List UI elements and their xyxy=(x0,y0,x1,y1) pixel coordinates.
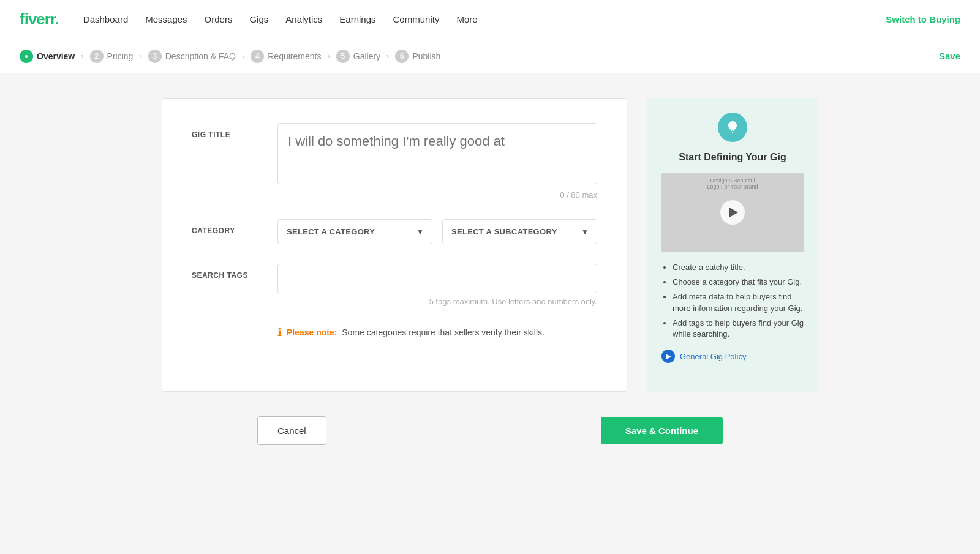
notice-label: Please note: xyxy=(287,328,337,337)
lightbulb-icon xyxy=(718,113,747,142)
char-count: 0 / 80 max xyxy=(277,190,597,200)
gig-title-row: GIG TITLE 0 / 80 max xyxy=(192,123,597,200)
save-continue-button[interactable]: Save & Continue xyxy=(601,417,723,444)
play-triangle-icon xyxy=(729,208,738,217)
sidebar-title: Start Defining Your Gig xyxy=(662,152,804,163)
category-select[interactable]: SELECT A CATEGORY xyxy=(277,219,432,244)
general-gig-policy-link[interactable]: ▶ General Gig Policy xyxy=(662,350,804,363)
main-content: GIG TITLE 0 / 80 max CATEGORY SELECT A C… xyxy=(0,73,980,416)
gig-title-input[interactable] xyxy=(277,123,597,184)
category-row: CATEGORY SELECT A CATEGORY ▼ SELECT A SU… xyxy=(192,219,597,244)
cancel-button[interactable]: Cancel xyxy=(257,416,326,445)
step-requirements-num: 4 xyxy=(251,50,264,63)
search-tags-label: SEARCH TAGS xyxy=(192,264,277,280)
step-description-num: 3 xyxy=(148,50,162,63)
search-tags-input[interactable] xyxy=(277,264,597,293)
svg-point-1 xyxy=(25,55,28,58)
tip-3: Add meta data to help buyers find more i… xyxy=(673,291,804,313)
gig-title-label: GIG TITLE xyxy=(192,123,277,139)
step-description[interactable]: 3 Description & FAQ xyxy=(148,50,236,63)
nav-analytics[interactable]: Analytics xyxy=(285,14,322,24)
search-tags-content: 5 tags maximum. Use letters and numbers … xyxy=(277,264,597,306)
step-overview-label: Overview xyxy=(37,51,75,61)
notice-row: ℹ Please note: Some categories require t… xyxy=(192,326,597,339)
nav-orders[interactable]: Orders xyxy=(205,14,233,24)
form-card: GIG TITLE 0 / 80 max CATEGORY SELECT A C… xyxy=(162,98,627,392)
logo-dot: . xyxy=(55,10,59,28)
select-row: SELECT A CATEGORY ▼ SELECT A SUBCATEGORY… xyxy=(277,219,597,244)
step-publish-label: Publish xyxy=(412,51,440,61)
step-pricing[interactable]: 2 Pricing xyxy=(90,50,134,63)
nav-links: Dashboard Messages Orders Gigs Analytics… xyxy=(83,14,886,24)
save-link[interactable]: Save xyxy=(939,51,960,61)
video-bg-text: Design A BeautifulLogo For Your Brand xyxy=(707,178,758,190)
step-pricing-num: 2 xyxy=(90,50,104,63)
tip-4: Add tags to help buyers find your Gig wh… xyxy=(673,318,804,340)
notice-text: Please note: Some categories require tha… xyxy=(287,328,545,337)
policy-icon: ▶ xyxy=(662,350,675,363)
nav-earnings[interactable]: Earnings xyxy=(339,14,375,24)
gig-title-content: 0 / 80 max xyxy=(277,123,597,200)
step-arrow-1: › xyxy=(81,51,83,61)
tip-2: Choose a category that fits your Gig. xyxy=(673,277,804,288)
sidebar-tips: Create a catchy title. Choose a category… xyxy=(662,262,804,340)
step-gallery-num: 5 xyxy=(336,50,350,63)
step-pricing-label: Pricing xyxy=(107,51,134,61)
step-publish[interactable]: 6 Publish xyxy=(395,50,440,63)
step-arrow-3: › xyxy=(242,51,244,61)
nav-dashboard[interactable]: Dashboard xyxy=(83,14,128,24)
tags-hint: 5 tags maximum. Use letters and numbers … xyxy=(277,297,597,306)
category-select-wrapper: SELECT A CATEGORY ▼ xyxy=(277,219,432,244)
subcategory-select-wrapper: SELECT A SUBCATEGORY ▼ xyxy=(442,219,597,244)
category-content: SELECT A CATEGORY ▼ SELECT A SUBCATEGORY… xyxy=(277,219,597,244)
step-gallery[interactable]: 5 Gallery xyxy=(336,50,380,63)
search-tags-row: SEARCH TAGS 5 tags maximum. Use letters … xyxy=(192,264,597,306)
step-arrow-4: › xyxy=(327,51,330,61)
steps-list: Overview › 2 Pricing › 3 Description & F… xyxy=(20,50,939,63)
switch-to-buying-button[interactable]: Switch to Buying xyxy=(886,14,960,24)
notice-body: Some categories require that sellers ver… xyxy=(342,328,545,337)
step-overview-icon xyxy=(20,50,33,63)
top-nav: fiverr. Dashboard Messages Orders Gigs A… xyxy=(0,0,980,39)
step-requirements[interactable]: 4 Requirements xyxy=(251,50,321,63)
category-label: CATEGORY xyxy=(192,219,277,235)
step-gallery-label: Gallery xyxy=(353,51,380,61)
notice-icon: ℹ xyxy=(277,326,282,339)
nav-messages[interactable]: Messages xyxy=(145,14,187,24)
bottom-bar: Cancel Save & Continue xyxy=(257,416,723,470)
steps-bar: Overview › 2 Pricing › 3 Description & F… xyxy=(0,39,980,73)
step-description-label: Description & FAQ xyxy=(165,51,236,61)
nav-community[interactable]: Community xyxy=(393,14,440,24)
step-arrow-5: › xyxy=(386,51,389,61)
sidebar-card: Start Defining Your Gig Design A Beautif… xyxy=(647,98,818,392)
fiverr-logo: fiverr. xyxy=(20,10,59,29)
step-overview[interactable]: Overview xyxy=(20,50,75,63)
tip-1: Create a catchy title. xyxy=(673,262,804,273)
step-arrow-2: › xyxy=(139,51,141,61)
step-requirements-label: Requirements xyxy=(268,51,321,61)
logo-text: fiverr xyxy=(20,10,55,28)
subcategory-select[interactable]: SELECT A SUBCATEGORY xyxy=(442,219,597,244)
step-publish-num: 6 xyxy=(395,50,409,63)
nav-gigs[interactable]: Gigs xyxy=(249,14,268,24)
policy-link-text: General Gig Policy xyxy=(680,352,746,361)
nav-more[interactable]: More xyxy=(456,14,477,24)
video-thumbnail[interactable]: Design A BeautifulLogo For Your Brand xyxy=(662,173,804,252)
play-button[interactable] xyxy=(720,200,745,225)
